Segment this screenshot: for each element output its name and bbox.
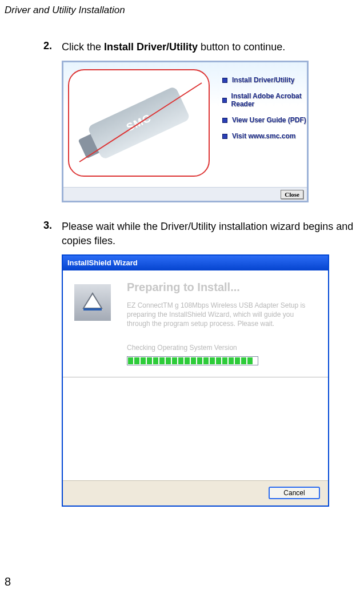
bullet-icon bbox=[222, 98, 227, 103]
menu-label: View User Guide (PDF) bbox=[232, 116, 306, 124]
autorun-footer: Close bbox=[63, 187, 307, 201]
step-number: 2. bbox=[43, 40, 56, 54]
wizard-body-text: EZ ConnectTM g 108Mbps Wireless USB Adap… bbox=[127, 301, 317, 329]
menu-install-driver[interactable]: Install Driver/Utility bbox=[222, 76, 307, 84]
menu-view-guide[interactable]: View User Guide (PDF) bbox=[222, 116, 307, 124]
progress-segment bbox=[185, 357, 190, 364]
progress-segment bbox=[210, 357, 215, 364]
progress-segment bbox=[247, 357, 253, 364]
main-content: 2. Click the Install Driver/Utility butt… bbox=[43, 40, 364, 507]
step-text: Click the Install Driver/Utility button … bbox=[62, 40, 285, 54]
window-titlebar: InstallShield Wizard bbox=[63, 256, 328, 270]
wizard-header-panel: Preparing to Install... EZ ConnectTM g 1… bbox=[63, 270, 328, 377]
progress-segment bbox=[153, 357, 158, 364]
step-number: 3. bbox=[43, 220, 56, 248]
menu-label: Install Driver/Utility bbox=[232, 76, 294, 84]
installer-icon bbox=[74, 284, 111, 321]
bullet-icon bbox=[222, 118, 227, 123]
usb-panel-highlight: SMC bbox=[68, 69, 210, 177]
progress-segment bbox=[147, 357, 152, 364]
progress-segment bbox=[197, 357, 202, 364]
step2-bold: Install Driver/Utility bbox=[104, 41, 198, 53]
wizard-footer: Cancel bbox=[63, 480, 328, 506]
step-2: 2. Click the Install Driver/Utility butt… bbox=[43, 40, 364, 54]
step-3: 3. Please wait while the Driver/Utility … bbox=[43, 220, 364, 248]
progress-segment bbox=[178, 357, 183, 364]
progress-segment bbox=[229, 357, 234, 364]
menu-label: Visit www.smc.com bbox=[232, 132, 295, 140]
progress-segment bbox=[203, 357, 209, 364]
autorun-menu: Install Driver/Utility Install Adobe Acr… bbox=[222, 76, 307, 148]
step2-pre: Click the bbox=[62, 41, 104, 53]
autorun-window: SMC Install Driver/Utility Install Adobe… bbox=[62, 61, 309, 202]
autorun-screenshot: SMC Install Driver/Utility Install Adobe… bbox=[62, 61, 364, 202]
progress-segment bbox=[134, 357, 139, 364]
menu-install-acrobat[interactable]: Install Adobe Acrobat Reader bbox=[222, 92, 307, 108]
wizard-screenshot: InstallShield Wizard Preparing to Instal… bbox=[62, 254, 364, 507]
menu-visit-site[interactable]: Visit www.smc.com bbox=[222, 132, 307, 140]
progress-segment bbox=[128, 357, 133, 364]
wizard-content-area bbox=[63, 377, 328, 480]
progress-segment bbox=[172, 357, 177, 364]
wizard-heading: Preparing to Install... bbox=[127, 280, 317, 295]
close-button[interactable]: Close bbox=[281, 190, 303, 199]
svg-rect-2 bbox=[83, 308, 102, 311]
progress-segment bbox=[166, 357, 171, 364]
menu-label: Install Adobe Acrobat Reader bbox=[231, 92, 307, 108]
progress-segment bbox=[222, 357, 227, 364]
svg-line-0 bbox=[79, 83, 202, 162]
progress-segment bbox=[159, 357, 165, 364]
progress-segment bbox=[235, 357, 240, 364]
progress-segment bbox=[191, 357, 196, 364]
progress-segment bbox=[241, 357, 246, 364]
progress-segment bbox=[216, 357, 221, 364]
step2-post: button to continue. bbox=[198, 41, 285, 53]
progress-segment bbox=[141, 357, 146, 364]
svg-marker-1 bbox=[83, 293, 102, 308]
bullet-icon bbox=[222, 78, 227, 83]
page-number: 8 bbox=[5, 575, 11, 588]
page-header: Driver and Utility Installation bbox=[5, 5, 125, 16]
autorun-body: SMC Install Driver/Utility Install Adobe… bbox=[63, 62, 307, 187]
wizard-status: Checking Operating System Version bbox=[127, 343, 317, 352]
step-text: Please wait while the Driver/Utility ins… bbox=[62, 220, 364, 248]
progress-bar bbox=[127, 356, 258, 365]
bullet-icon bbox=[222, 134, 227, 139]
wizard-text-block: Preparing to Install... EZ ConnectTM g 1… bbox=[127, 280, 317, 365]
cancel-button[interactable]: Cancel bbox=[269, 487, 320, 499]
cross-out-icon bbox=[69, 70, 211, 178]
installshield-window: InstallShield Wizard Preparing to Instal… bbox=[62, 254, 329, 507]
